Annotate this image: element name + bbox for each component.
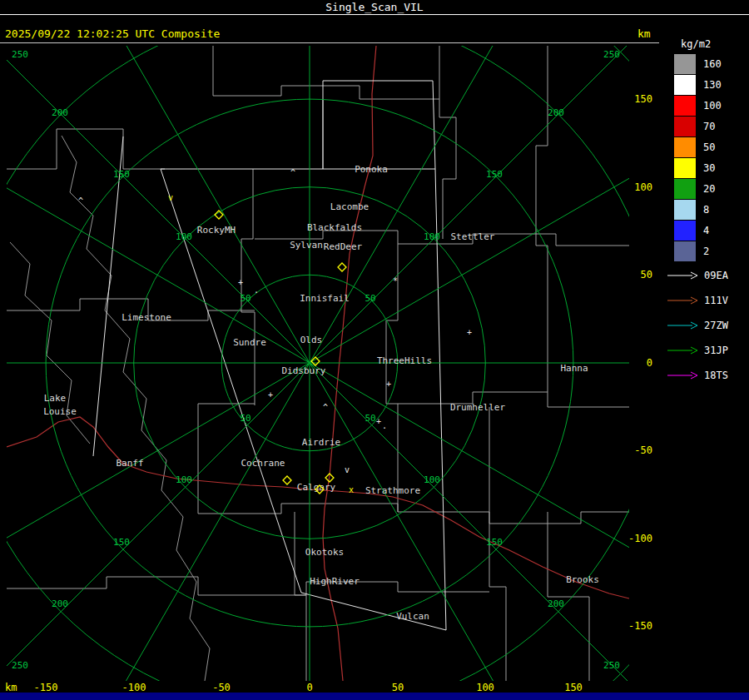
radial-line xyxy=(310,363,576,681)
scale-swatch xyxy=(674,221,696,241)
city-label: ThreeHills xyxy=(377,355,432,366)
scale-swatch xyxy=(674,137,696,157)
map-marker: v xyxy=(345,465,350,474)
map-marker: + xyxy=(238,278,243,287)
city-label: Banff xyxy=(116,458,143,469)
bottom-axis-unit-label: km xyxy=(5,682,17,693)
range-label: 50 xyxy=(240,293,250,304)
range-label: 200 xyxy=(52,107,68,118)
city-label: HighRiver xyxy=(310,576,360,587)
scale-value-label: 20 xyxy=(703,183,730,195)
site-arrow-icon xyxy=(667,296,699,305)
right-axis-label: -150 xyxy=(626,620,652,632)
site-legend-row: 18TS xyxy=(667,363,728,388)
city-label: Olds xyxy=(300,335,323,345)
site-id-label: 31JP xyxy=(704,345,728,356)
city-label: Lacombe xyxy=(330,201,369,212)
scale-swatch xyxy=(674,96,696,116)
window-title: Single_Scan_VIL xyxy=(325,1,423,13)
map-marker: x xyxy=(349,485,354,494)
scale-row: 20 xyxy=(674,178,730,199)
site-arrow-icon xyxy=(667,371,699,380)
city-label: RockyMH xyxy=(197,225,236,236)
right-axis-label: 0 xyxy=(626,357,652,369)
range-label: 150 xyxy=(113,169,130,180)
scale-row: 100 xyxy=(674,95,730,116)
city-label: RedDeer xyxy=(324,241,363,252)
radial-line xyxy=(7,97,310,363)
scale-swatch xyxy=(674,75,696,95)
right-axis-label: 100 xyxy=(626,181,652,193)
bottom-axis-label: 0 xyxy=(291,682,328,693)
scale-row: 4 xyxy=(674,220,730,241)
city-label: Innisfail xyxy=(300,293,350,304)
scale-value-label: 30 xyxy=(703,162,730,174)
radar-map-canvas[interactable]: 5010015020025050100150200250501001502002… xyxy=(7,46,629,681)
scale-swatch xyxy=(674,158,696,178)
site-legend-row: 31JP xyxy=(667,338,728,363)
map-marker: v xyxy=(168,193,173,202)
bottom-axis-label: -150 xyxy=(27,682,64,693)
window-titlebar: Single_Scan_VIL xyxy=(0,0,749,15)
scan-datetime-label: 2025/09/22 12:02:25 UTC Composite xyxy=(5,27,220,40)
city-label: Didsbury xyxy=(282,365,326,376)
range-label: 200 xyxy=(548,598,564,609)
city-label: Okotoks xyxy=(305,547,344,558)
radar-site-marker xyxy=(283,476,291,484)
color-scale-unit-label: kg/m2 xyxy=(681,38,711,50)
scale-value-label: 70 xyxy=(703,121,730,132)
scale-swatch xyxy=(674,179,696,199)
scale-swatch xyxy=(674,54,696,74)
city-label: Cochrane xyxy=(241,458,285,469)
site-arrow-icon xyxy=(667,321,699,330)
park-boundaries xyxy=(10,136,210,681)
site-legend-row: 111V xyxy=(667,288,728,313)
bottom-axis-label: 150 xyxy=(555,682,592,693)
radar-site-legend: 09EA111V27ZW31JP18TS xyxy=(667,263,728,388)
map-marker: ^ xyxy=(323,403,328,412)
radar-map-area: 5010015020025050100150200250501001502002… xyxy=(7,46,629,681)
range-label: 150 xyxy=(486,537,503,548)
scale-value-label: 4 xyxy=(703,225,730,236)
right-axis-label: -50 xyxy=(626,444,652,456)
city-label: Strathmore xyxy=(365,485,420,496)
site-legend-row: 09EA xyxy=(667,263,728,288)
range-label: 100 xyxy=(176,474,192,485)
bottom-status-strip xyxy=(0,693,749,700)
color-scale: 16013010070503020842 xyxy=(674,53,730,261)
map-marker: * xyxy=(393,276,398,285)
map-marker: + xyxy=(467,328,472,337)
scale-value-label: 2 xyxy=(703,246,730,257)
right-axis-label: 150 xyxy=(626,93,652,105)
scale-row: 70 xyxy=(674,116,730,137)
range-label: 50 xyxy=(365,413,375,424)
scale-row: 130 xyxy=(674,74,730,95)
map-marker: . xyxy=(382,421,387,430)
map-marker: + xyxy=(268,390,273,400)
city-label: Blackfalds xyxy=(307,222,362,233)
site-arrow-icon xyxy=(667,271,699,280)
scale-swatch xyxy=(674,241,696,261)
city-label: Vulcan xyxy=(396,611,429,622)
site-id-label: 18TS xyxy=(704,370,728,381)
scale-swatch xyxy=(674,200,696,220)
right-axis-label: -100 xyxy=(626,533,652,544)
scale-row: 8 xyxy=(674,199,730,220)
bottom-axis-label: 50 xyxy=(379,682,416,693)
scale-swatch xyxy=(674,117,696,137)
range-label: 100 xyxy=(176,231,192,242)
range-label: 200 xyxy=(548,107,564,118)
scale-row: 50 xyxy=(674,137,730,157)
range-label: 150 xyxy=(486,169,503,180)
bottom-axis-label: 100 xyxy=(467,682,503,693)
scale-value-label: 160 xyxy=(703,58,730,70)
range-label: 250 xyxy=(603,660,620,671)
right-axis-label: 50 xyxy=(626,269,652,280)
city-label: Ponoka xyxy=(355,164,388,175)
site-legend-row: 27ZW xyxy=(667,313,728,338)
site-id-label: 27ZW xyxy=(704,320,728,331)
radial-line xyxy=(43,363,310,681)
range-label: 50 xyxy=(365,293,375,304)
map-marker: ^ xyxy=(290,168,295,177)
radar-application-window: Single_Scan_VIL 2025/09/22 12:02:25 UTC … xyxy=(0,0,749,700)
